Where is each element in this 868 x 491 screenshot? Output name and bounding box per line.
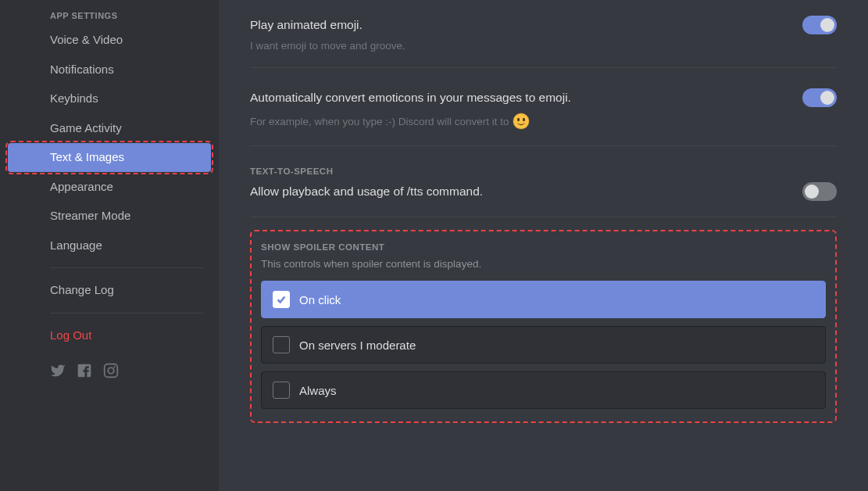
setting-tts-section: TEXT-TO-SPEECH Allow playback and usage … <box>250 159 837 217</box>
sidebar-item-game-activity[interactable]: Game Activity <box>8 114 211 143</box>
sidebar-item-notifications[interactable]: Notifications <box>8 56 211 84</box>
sidebar-item-voice-video[interactable]: Voice & Video <box>8 26 211 55</box>
section-description: This controls when spoiler content is di… <box>261 258 826 270</box>
toggle-tts[interactable] <box>802 182 837 201</box>
radio-label: On servers I moderate <box>299 339 416 352</box>
checkmark-icon <box>276 294 287 305</box>
toggle-knob <box>820 91 834 105</box>
checkbox <box>273 291 290 308</box>
sidebar-item-text-images[interactable]: Text & Images <box>8 143 211 172</box>
setting-divider <box>250 217 837 217</box>
spoiler-option-on-click[interactable]: On click <box>261 281 826 318</box>
toggle-animated-emoji[interactable] <box>802 16 837 34</box>
sidebar-divider <box>50 267 203 268</box>
setting-description: I want emoji to move and groove. <box>250 40 837 52</box>
spoiler-option-moderate[interactable]: On servers I moderate <box>261 326 826 364</box>
smile-emoji-icon <box>513 113 530 130</box>
sidebar-item-change-log[interactable]: Change Log <box>8 276 211 305</box>
sidebar-divider <box>50 313 203 314</box>
setting-description: For example, when you type :-) Discord w… <box>250 113 837 130</box>
sidebar-item-log-out[interactable]: Log Out <box>8 321 211 350</box>
section-header-tts: TEXT-TO-SPEECH <box>250 167 837 176</box>
twitter-icon[interactable] <box>50 363 66 378</box>
sidebar-item-keybinds[interactable]: Keybinds <box>8 84 211 113</box>
radio-label: Always <box>299 384 337 397</box>
svg-point-2 <box>114 366 116 367</box>
instagram-icon[interactable] <box>103 363 119 378</box>
settings-main-panel: Play animated emoji. I want emoji to mov… <box>219 0 868 491</box>
setting-title: Automatically convert emoticons in your … <box>250 91 571 105</box>
checkbox <box>273 336 290 353</box>
radio-label: On click <box>299 293 341 306</box>
toggle-convert-emoticons[interactable] <box>802 88 837 107</box>
toggle-knob <box>805 185 819 199</box>
sidebar-section-header: APP SETTINGS <box>8 11 211 25</box>
svg-point-1 <box>108 367 114 374</box>
setting-divider <box>250 67 837 68</box>
sidebar-item-language[interactable]: Language <box>8 231 211 260</box>
svg-rect-0 <box>105 364 118 378</box>
spoiler-option-always[interactable]: Always <box>261 371 826 409</box>
social-links-row <box>8 350 211 386</box>
section-header-spoiler: SHOW SPOILER CONTENT <box>261 242 826 252</box>
setting-title: Play animated emoji. <box>250 18 363 32</box>
toggle-knob <box>820 18 834 32</box>
checkbox <box>273 382 290 399</box>
setting-animated-emoji: Play animated emoji. I want emoji to mov… <box>250 8 837 67</box>
settings-sidebar: APP SETTINGS Voice & Video Notifications… <box>0 0 219 491</box>
facebook-icon[interactable] <box>77 363 92 378</box>
setting-divider <box>250 145 837 146</box>
sidebar-item-streamer-mode[interactable]: Streamer Mode <box>8 202 211 231</box>
svg-point-6 <box>523 118 525 121</box>
svg-point-5 <box>517 118 520 121</box>
setting-title: Allow playback and usage of /tts command… <box>250 185 483 199</box>
spoiler-content-panel: SHOW SPOILER CONTENT This controls when … <box>250 230 837 423</box>
sidebar-item-appearance[interactable]: Appearance <box>8 173 211 202</box>
setting-convert-emoticons: Automatically convert emoticons in your … <box>250 81 837 145</box>
